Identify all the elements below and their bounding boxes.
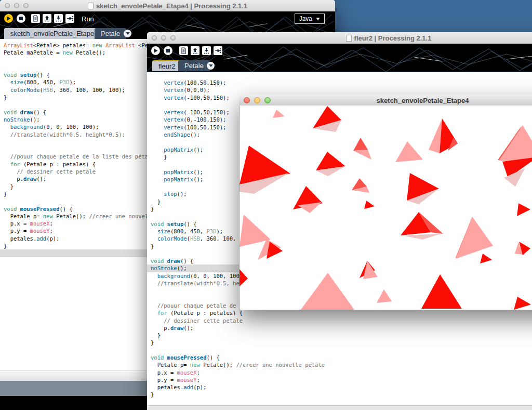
code-token: petales. (4, 235, 36, 242)
code-token: colorMode (10, 87, 40, 93)
code-token: mousePressed (167, 354, 207, 361)
new-sketch-button[interactable] (31, 14, 40, 23)
play-icon (153, 48, 158, 54)
open-sketch-button[interactable] (43, 14, 51, 23)
code-token: (Petale p : petales) { (20, 161, 96, 167)
code-token: (); (193, 169, 203, 175)
sketch-canvas[interactable] (239, 105, 532, 310)
arrow-down-icon (203, 47, 210, 54)
code-token: vertex (164, 109, 183, 115)
open-sketch-button[interactable] (191, 46, 200, 55)
code-token: vertex (164, 87, 183, 93)
window1-titlebar[interactable]: sketch_envolePetale_Etape4 | Processing … (0, 0, 335, 12)
window1-traffic-lights (5, 0, 29, 11)
new-sketch-button[interactable] (179, 46, 188, 55)
code-line: } (147, 391, 532, 398)
code-token: colorMode (157, 235, 187, 242)
code-token: Petale(); (53, 213, 89, 219)
code-token: } (4, 94, 7, 100)
code-token: vertex (164, 80, 183, 86)
code-line: } (147, 332, 532, 339)
window2-titlebar[interactable]: fleur2 | Processing 2.1.1 (147, 32, 532, 44)
code-token (151, 235, 157, 242)
code-token: Petale p= (151, 362, 190, 368)
close-button[interactable] (5, 3, 10, 8)
code-token (151, 191, 164, 197)
code-token (151, 318, 164, 324)
code-token: (-100,50,150); (183, 95, 230, 101)
code-token: (); (190, 131, 200, 138)
code-token: p.x = (4, 220, 30, 227)
export-sketch-button[interactable] (214, 46, 222, 55)
zoom-button[interactable] (170, 35, 176, 41)
code-token: // dessiner cette petale (164, 318, 243, 324)
code-token: void (4, 206, 20, 212)
close-button[interactable] (244, 97, 250, 103)
save-sketch-button[interactable] (202, 46, 211, 55)
code-token: } (4, 183, 14, 190)
save-sketch-button[interactable] (54, 14, 63, 23)
tab-petale[interactable]: Petale (95, 28, 126, 39)
minimize-button[interactable] (254, 97, 260, 103)
petal-triangle (517, 203, 530, 216)
close-button[interactable] (152, 35, 157, 41)
window2-horizontal-scrollbar[interactable] (147, 405, 532, 410)
code-token: size (10, 79, 23, 85)
zoom-button[interactable] (23, 3, 29, 8)
stop-button[interactable] (164, 46, 172, 55)
code-token: } (151, 154, 167, 160)
tab-petale[interactable]: Petale (178, 60, 210, 71)
output-title: sketch_envolePetale_Etape4 (377, 97, 469, 104)
petal-triangle (377, 289, 392, 303)
zoom-button[interactable] (264, 97, 271, 103)
arrow-up-icon (44, 15, 50, 22)
code-token (151, 131, 164, 138)
code-token (151, 124, 164, 130)
code-token: popMatrix (164, 176, 193, 182)
code-token: vertex (164, 124, 183, 130)
code-token: (0,-100,150); (183, 116, 226, 123)
code-token: size (157, 228, 170, 234)
arrow-up-icon (192, 47, 198, 54)
output-titlebar[interactable]: sketch_envolePetale_Etape4 (239, 95, 532, 107)
chevron-down-icon (209, 64, 213, 67)
code-token: popMatrix (164, 169, 193, 175)
code-token: (100,50,150); (183, 124, 226, 130)
run-button[interactable] (151, 46, 160, 55)
code-token (151, 302, 157, 309)
stop-button[interactable] (17, 14, 25, 23)
tab-menu-button[interactable] (124, 30, 131, 37)
petal-triangle (514, 297, 531, 310)
code-token: add (36, 235, 46, 242)
petal-triangle (421, 274, 462, 309)
code-token: ; (50, 228, 53, 234)
tab-menu-button[interactable] (207, 62, 215, 70)
code-token (4, 153, 10, 160)
code-token: new (190, 362, 200, 368)
tab-fleur2[interactable]: fleur2 (152, 60, 182, 71)
arrow-right-icon (66, 15, 73, 22)
code-token: p. (4, 176, 23, 182)
code-token: ; (50, 220, 53, 227)
code-token (151, 169, 164, 175)
code-token: } (151, 199, 161, 205)
code-token (151, 87, 164, 93)
run-button[interactable] (4, 14, 13, 23)
minimize-button[interactable] (161, 35, 166, 41)
code-line: Petale p= new Petale(); //creer une nouv… (147, 361, 532, 368)
export-sketch-button[interactable] (65, 14, 74, 23)
code-token (151, 147, 164, 153)
code-token: () { (180, 258, 193, 264)
code-line: vertex(0,0,0); (147, 86, 532, 94)
code-token: draw (170, 325, 183, 331)
petal-triangle (273, 110, 285, 118)
window2-chrome: Java fleur2 Petale (147, 44, 532, 72)
petal-triangle (440, 118, 458, 153)
minimize-button[interactable] (14, 3, 19, 8)
code-token: (); (193, 147, 203, 153)
code-token: mouseX (177, 369, 197, 376)
mode-dropdown[interactable]: Java (295, 14, 325, 24)
code-token: } (4, 191, 7, 197)
tab-sketch-envolepetale[interactable]: sketch_envolePetale_Etape4 (4, 28, 104, 39)
code-token: stop (164, 191, 177, 197)
